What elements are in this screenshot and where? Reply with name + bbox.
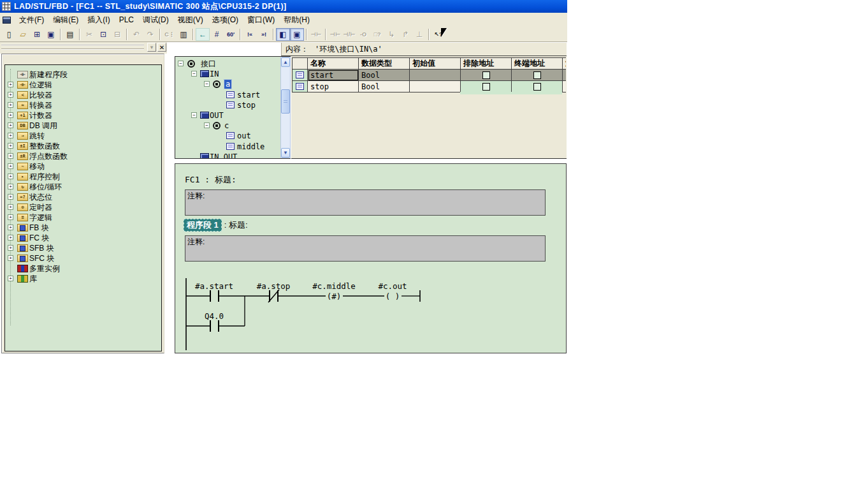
column-header-1[interactable]: 名称 <box>308 58 359 70</box>
expand-plus-icon[interactable]: + <box>8 235 13 240</box>
expand-plus-icon[interactable]: + <box>8 214 13 220</box>
scrollbar-thumb[interactable] <box>281 89 290 114</box>
expand-plus-icon[interactable]: + <box>8 245 13 251</box>
column-header-3[interactable]: 初始值 <box>410 58 461 70</box>
iface-item-a[interactable]: −a <box>175 79 290 89</box>
expand-plus-icon[interactable]: + <box>8 122 13 128</box>
iface-item-in[interactable]: −IN <box>175 69 290 79</box>
menu-item-5[interactable]: 视图(V) <box>173 13 208 27</box>
ladder-diagram[interactable]: (#) ( ) #a.start #a.stop #c.middle #c.ou… <box>175 164 566 353</box>
goto-button[interactable]: ← <box>196 28 210 41</box>
network-connections-button[interactable]: # <box>210 28 224 41</box>
cell-exclusive-addr[interactable] <box>461 81 512 92</box>
sidebar-item-status-bits[interactable]: +=?状态位 <box>5 192 161 202</box>
expand-plus-icon[interactable]: + <box>8 255 13 261</box>
checkbox[interactable] <box>482 71 490 79</box>
mdi-child-icon[interactable] <box>3 17 11 24</box>
interface-tree-scrollbar[interactable]: ▲ ▼ <box>280 57 291 158</box>
column-header-4[interactable]: 排除地址 <box>461 58 512 70</box>
menu-item-8[interactable]: 帮助(H) <box>279 13 314 27</box>
save-button[interactable]: ▣ <box>44 28 58 41</box>
sidebar-item-db-call[interactable]: +DBDB 调用 <box>5 121 161 131</box>
sidebar-item-fb-blocks[interactable]: +FB 块 <box>5 223 161 233</box>
previous-error-button[interactable]: !« <box>243 28 257 41</box>
cell-comment[interactable] <box>563 70 566 81</box>
rebar-grip[interactable] <box>1 44 144 50</box>
sidebar-item-timers[interactable]: +⊙定时器 <box>5 202 161 212</box>
open-online-button[interactable]: ⊞ <box>30 28 44 41</box>
sidebar-item-shift-rotate[interactable]: +↻移位/循环 <box>5 182 161 192</box>
toggle-overview-pane-button[interactable]: ▣ <box>290 28 304 41</box>
scroll-up-button[interactable]: ▲ <box>281 57 290 67</box>
expand-plus-icon[interactable]: + <box>8 204 13 210</box>
table-row[interactable]: startBool <box>293 70 566 81</box>
cell-datatype[interactable]: Bool <box>359 81 410 92</box>
cell-initvalue[interactable] <box>410 81 461 92</box>
sidebar-item-multi-instance[interactable]: 多重实例 <box>5 263 161 274</box>
menu-item-7[interactable]: 窗口(W) <box>243 13 279 27</box>
expand-plus-icon[interactable]: + <box>8 194 13 200</box>
expand-plus-icon[interactable]: + <box>8 102 13 108</box>
expand-plus-icon[interactable]: + <box>8 163 13 169</box>
copy-button[interactable]: ⊡ <box>96 28 110 41</box>
sidebar-item-converter[interactable]: +≈转换器 <box>5 100 161 110</box>
sidebar-item-move[interactable]: +~移动 <box>5 161 161 172</box>
iface-item-middle[interactable]: middle <box>175 142 290 152</box>
contact-label-out[interactable]: #c.out <box>378 281 407 291</box>
column-header-2[interactable]: 数据类型 <box>359 58 410 70</box>
branch-label-q40[interactable]: Q4.0 <box>205 311 224 321</box>
expand-plus-icon[interactable]: + <box>8 225 13 230</box>
iface-item-c[interactable]: −c <box>175 121 290 131</box>
cell-initvalue[interactable] <box>410 70 461 81</box>
cell-terminal-addr[interactable] <box>512 81 563 92</box>
column-header-0[interactable] <box>293 58 308 70</box>
lad-editor[interactable]: FC1 : 标题: 注释: 程序段 1 : 标题: 注释: <box>175 163 567 353</box>
cell-name[interactable]: start <box>308 70 359 81</box>
collapse-minus-icon[interactable]: − <box>191 71 197 77</box>
checkbox[interactable] <box>533 83 541 91</box>
menu-item-2[interactable]: 插入(I) <box>83 13 114 27</box>
contact-label-middle[interactable]: #c.middle <box>312 281 356 291</box>
sidebar-item-fc-blocks[interactable]: +FC 块 <box>5 233 161 243</box>
rebar-dropdown-button[interactable]: ▾ <box>147 43 156 52</box>
sidebar-item-library[interactable]: +库 <box>5 274 161 284</box>
iface-item-interface[interactable]: −接口 <box>175 59 290 69</box>
expand-plus-icon[interactable]: + <box>8 143 13 149</box>
menu-item-0[interactable]: 文件(F) <box>15 13 48 27</box>
iface-item-start[interactable]: start <box>175 90 290 100</box>
column-header-6[interactable]: 注释 <box>563 58 566 70</box>
monitor-on-off-button[interactable]: ▥ <box>177 28 191 41</box>
title-bar[interactable]: LAD/STL/FBD - [FC1 -- STL_study\SIMATIC … <box>0 0 567 13</box>
sidebar-item-counter[interactable]: ++1计数器 <box>5 110 161 121</box>
print-button[interactable]: ▤ <box>63 28 77 41</box>
checkbox[interactable] <box>482 83 490 91</box>
menu-item-1[interactable]: 编辑(E) <box>48 13 83 27</box>
new-file-button[interactable]: ▯ <box>2 28 16 41</box>
expand-plus-icon[interactable]: + <box>8 184 13 189</box>
symbol-info-button[interactable]: 60' <box>224 28 238 41</box>
cell-name[interactable]: stop <box>308 81 359 92</box>
sidebar-item-word-logic[interactable]: +≡字逻辑 <box>5 212 161 223</box>
expand-plus-icon[interactable]: + <box>8 174 13 179</box>
output-coil-glyph[interactable]: ( ) <box>386 292 400 301</box>
iface-item-out[interactable]: out <box>175 131 290 141</box>
menu-item-4[interactable]: 调试(D) <box>138 13 173 27</box>
expand-plus-icon[interactable]: + <box>8 276 13 281</box>
midline-coil-glyph[interactable]: (#) <box>327 292 342 301</box>
sidebar-item-program-control[interactable]: +▸程序控制 <box>5 172 161 182</box>
expand-plus-icon[interactable]: + <box>8 153 13 159</box>
sidebar-item-new-network[interactable]: ⊣⊢新建程序段 <box>5 70 161 80</box>
open-file-button[interactable]: ▱ <box>16 28 30 41</box>
expand-plus-icon[interactable]: + <box>8 82 13 87</box>
menu-item-3[interactable]: PLC <box>115 13 138 26</box>
collapse-minus-icon[interactable]: − <box>204 81 210 87</box>
table-row[interactable]: stopBool <box>293 81 566 92</box>
scroll-down-button[interactable]: ▼ <box>281 148 290 158</box>
sidebar-item-jump[interactable]: +→跳转 <box>5 131 161 141</box>
rebar-close-button[interactable]: ✕ <box>157 43 166 52</box>
expand-plus-icon[interactable]: + <box>8 112 13 118</box>
menu-item-6[interactable]: 选项(O) <box>208 13 243 27</box>
column-header-5[interactable]: 终端地址 <box>512 58 563 70</box>
sidebar-item-sfb-blocks[interactable]: +SFB 块 <box>5 243 161 253</box>
toggle-instruction-pane-button[interactable]: ◧ <box>276 28 290 41</box>
